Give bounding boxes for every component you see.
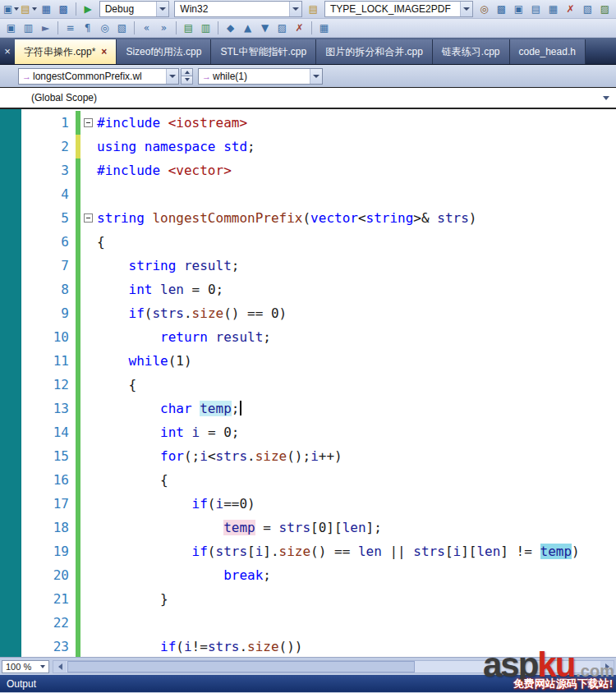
- find-in-files-icon[interactable]: ◎: [476, 1, 493, 17]
- parameter-info-icon[interactable]: ¶: [79, 20, 96, 36]
- code-line[interactable]: 2using namespace std;: [21, 135, 616, 158]
- extension-manager-icon[interactable]: ▨: [596, 1, 614, 17]
- code-line[interactable]: 10 return result;: [21, 325, 616, 349]
- line-number[interactable]: 5: [21, 206, 76, 230]
- code-line[interactable]: 3#include <vector>: [21, 158, 616, 182]
- chevron-down-icon[interactable]: [166, 69, 178, 84]
- output-panel-bar[interactable]: Output: [0, 675, 616, 692]
- line-number[interactable]: 11: [21, 349, 76, 373]
- line-number[interactable]: 21: [21, 587, 76, 611]
- code-line[interactable]: 13 char temp;: [21, 397, 616, 420]
- line-number[interactable]: 6: [21, 230, 76, 254]
- line-number[interactable]: 12: [21, 373, 76, 397]
- platform-combo[interactable]: Win32: [174, 1, 302, 17]
- scroll-left-icon[interactable]: [53, 661, 67, 672]
- code-line[interactable]: 23 if(i!=strs.size()): [21, 635, 616, 657]
- save-icon[interactable]: ▦: [38, 1, 55, 17]
- spinner-down-icon[interactable]: [181, 76, 193, 85]
- save-all-icon[interactable]: ▩: [55, 1, 72, 17]
- add-new-item-icon[interactable]: ▣: [2, 1, 20, 17]
- line-number[interactable]: 8: [21, 278, 76, 301]
- line-number[interactable]: 22: [21, 611, 76, 635]
- chevron-down-icon[interactable]: [310, 69, 322, 84]
- line-number[interactable]: 17: [21, 492, 76, 516]
- output-window-icon[interactable]: ▧: [579, 1, 596, 17]
- split-window-icon[interactable]: ▥: [20, 20, 37, 36]
- line-number[interactable]: 1: [21, 111, 76, 135]
- chevron-down-icon[interactable]: [603, 96, 609, 100]
- open-file-icon[interactable]: ▤: [20, 1, 37, 17]
- line-number[interactable]: 23: [21, 635, 76, 657]
- scope-bar[interactable]: (Global Scope): [0, 88, 616, 109]
- solution-explorer-icon[interactable]: ▩: [493, 1, 510, 17]
- scroll-right-icon[interactable]: [600, 661, 614, 672]
- code-line[interactable]: 18 temp = strs[0][len];: [21, 516, 616, 539]
- line-number[interactable]: 20: [21, 563, 76, 587]
- chevron-down-icon[interactable]: [32, 7, 37, 11]
- word-completion-icon[interactable]: ▧: [113, 20, 131, 36]
- output-log-icon[interactable]: ▤: [305, 1, 322, 17]
- code-editor[interactable]: 1#include <iostream>2using namespace std…: [0, 109, 616, 657]
- line-number[interactable]: 4: [21, 182, 76, 206]
- file-scope-dropdown[interactable]: → longestCommonPrefix.wl: [18, 68, 179, 85]
- fold-collapse-icon[interactable]: [84, 118, 93, 127]
- member-dropdown[interactable]: → while(1): [198, 68, 323, 85]
- select-pointer-icon[interactable]: ►: [37, 20, 54, 36]
- quick-info-icon[interactable]: ◎: [96, 20, 113, 36]
- scrollbar-thumb[interactable]: [67, 661, 415, 672]
- decrease-indent-icon[interactable]: «: [138, 20, 155, 36]
- document-tab[interactable]: STL中智能指针.cpp: [211, 39, 316, 64]
- code-line[interactable]: 12 {: [21, 373, 616, 397]
- line-number[interactable]: 14: [21, 420, 76, 444]
- code-line[interactable]: 15 for(;i<strs.size();i++): [21, 444, 616, 468]
- code-line[interactable]: 11 while(1): [21, 349, 616, 373]
- comment-icon[interactable]: ▤: [180, 20, 197, 36]
- document-tab[interactable]: 图片的拆分和合并.cpp: [316, 39, 433, 64]
- member-list-icon[interactable]: ≡: [62, 20, 79, 36]
- document-tab[interactable]: code_head.h: [510, 39, 586, 64]
- call-hierarchy-icon[interactable]: ▦: [315, 20, 333, 36]
- code-line[interactable]: 7 string result;: [21, 254, 616, 278]
- code-line[interactable]: 1#include <iostream>: [21, 111, 616, 135]
- toggle-bookmark-icon[interactable]: ◆: [222, 20, 239, 36]
- toolbox-icon[interactable]: ▦: [545, 1, 562, 17]
- find-combo[interactable]: TYPE_LOCK_IMAGE2PDF: [324, 1, 473, 17]
- code-line[interactable]: 6{: [21, 230, 616, 254]
- zoom-control[interactable]: 100 %: [2, 660, 49, 673]
- line-number[interactable]: 7: [21, 254, 76, 278]
- line-number[interactable]: 13: [21, 397, 76, 420]
- code-line[interactable]: 16 {: [21, 468, 616, 492]
- indicator-margin[interactable]: [0, 109, 21, 657]
- line-number[interactable]: 10: [21, 325, 76, 349]
- line-number[interactable]: 2: [21, 135, 76, 158]
- prev-bookmark-icon[interactable]: ▲: [239, 20, 256, 36]
- code-line[interactable]: 9 if(strs.size() == 0): [21, 301, 616, 325]
- start-debug-icon[interactable]: ▶: [80, 1, 97, 17]
- chevron-down-icon[interactable]: [289, 2, 301, 16]
- error-list-icon[interactable]: ✗: [562, 1, 579, 17]
- bookmark-folder-icon[interactable]: ▨: [274, 20, 291, 36]
- code-line[interactable]: 22: [21, 611, 616, 635]
- horizontal-scrollbar[interactable]: [53, 660, 614, 673]
- chevron-down-icon[interactable]: [460, 2, 472, 16]
- line-number[interactable]: 9: [21, 301, 76, 325]
- line-number[interactable]: 3: [21, 158, 76, 182]
- document-tab[interactable]: 字符串操作.cpp*×: [15, 39, 117, 64]
- chevron-down-icon[interactable]: [156, 2, 168, 16]
- code-line[interactable]: 17 if(i==0): [21, 492, 616, 516]
- code-line[interactable]: 21 }: [21, 587, 616, 611]
- code-line[interactable]: 19 if(strs[i].size() == len || strs[i][l…: [21, 539, 616, 563]
- document-tab[interactable]: Sizeof的用法.cpp: [117, 39, 211, 64]
- new-window-icon[interactable]: ▣: [2, 20, 20, 36]
- line-number[interactable]: 18: [21, 516, 76, 539]
- properties-window-icon[interactable]: ▤: [527, 1, 545, 17]
- increase-indent-icon[interactable]: »: [155, 20, 172, 36]
- uncomment-icon[interactable]: ▥: [197, 20, 214, 36]
- spinner-up-icon[interactable]: [181, 68, 193, 77]
- code-line[interactable]: 5string longestCommonPrefix(vector<strin…: [21, 206, 616, 230]
- line-number[interactable]: 16: [21, 468, 76, 492]
- line-number[interactable]: 15: [21, 444, 76, 468]
- document-tab[interactable]: 链表练习.cpp: [433, 39, 510, 64]
- code-line[interactable]: 8 int len = 0;: [21, 278, 616, 301]
- close-document-icon[interactable]: ×: [0, 45, 15, 57]
